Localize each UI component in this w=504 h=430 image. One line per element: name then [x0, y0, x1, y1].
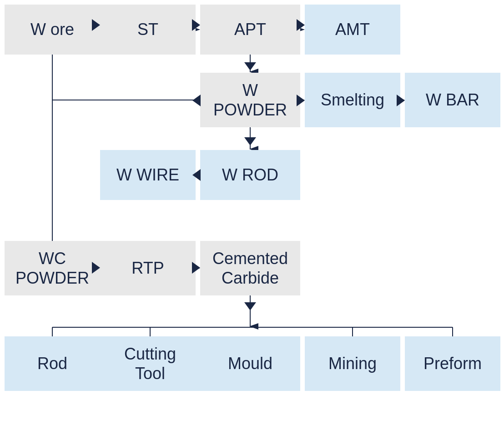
node-smelting: Smelting	[305, 73, 400, 127]
arrow-wrod-wwire	[192, 169, 201, 181]
diagram: W ore ST APT AMT W POWDER Smelting W BAR…	[0, 0, 504, 430]
arrow-smelting-wbar	[396, 95, 406, 106]
node-mining: Mining	[305, 336, 400, 391]
arrow-wcpowder-rtp	[91, 262, 101, 274]
node-rod: Rod	[5, 336, 100, 391]
node-mould: Mould	[200, 336, 300, 391]
svg-marker-26	[244, 62, 256, 70]
arrow-rtp-cemented	[191, 262, 201, 274]
svg-marker-24	[192, 19, 200, 31]
node-w-ore: W ore	[5, 5, 100, 55]
svg-marker-27	[192, 95, 201, 106]
svg-marker-34	[244, 302, 256, 310]
node-apt: APT	[200, 5, 300, 55]
svg-marker-31	[192, 169, 201, 181]
svg-marker-32	[92, 262, 100, 274]
node-w-bar: W BAR	[405, 73, 500, 127]
arrow-wpowder-left	[192, 95, 201, 106]
node-amt: AMT	[305, 5, 400, 55]
node-cemented-carbide: Cemented Carbide	[200, 241, 300, 295]
node-w-wire: W WIRE	[100, 150, 196, 200]
arrow-wpowder-smelting	[296, 95, 306, 106]
svg-marker-23	[92, 19, 100, 31]
node-wc-powder: WC POWDER	[5, 241, 100, 295]
node-w-rod: W ROD	[200, 150, 300, 200]
arrow-w-ore-st	[91, 19, 101, 31]
svg-marker-25	[297, 19, 305, 31]
svg-marker-28	[297, 95, 305, 106]
node-cutting-tool: Cutting Tool	[100, 336, 200, 391]
arrow-cemented-down	[244, 300, 256, 313]
svg-marker-33	[192, 262, 200, 274]
node-preform: Preform	[405, 336, 500, 391]
arrow-apt-amt	[296, 19, 306, 31]
node-st: ST	[100, 5, 196, 55]
node-rtp: RTP	[100, 241, 196, 295]
arrow-wpowder-wrod	[244, 135, 256, 148]
svg-marker-29	[397, 95, 405, 106]
node-w-powder: W POWDER	[200, 73, 300, 127]
svg-marker-30	[244, 137, 256, 145]
arrow-st-apt	[191, 19, 201, 31]
arrow-apt-wpowder	[244, 60, 256, 73]
